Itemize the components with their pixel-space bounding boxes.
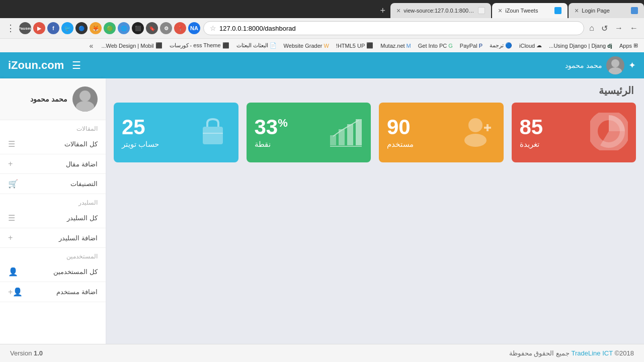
forward-button[interactable]: → xyxy=(613,22,625,35)
sidebar-label-add-slider: اضافة السليدر xyxy=(16,234,98,242)
tweets-label: تغريدة xyxy=(520,140,539,149)
tab-view-source[interactable]: view-source:127.0.0.1:8000/dash × xyxy=(390,3,491,18)
bookmark-mutaz[interactable]: M Mutaz.net xyxy=(378,42,413,50)
nav-icon-ext8[interactable]: ▶ xyxy=(33,22,45,34)
svg-point-4 xyxy=(464,134,487,147)
sidebar-username: محمد محمود xyxy=(30,95,67,103)
back-button[interactable]: ← xyxy=(628,22,640,35)
points-label: نقطة xyxy=(255,140,271,149)
copyright-label: جميع الحقوق محفوظة xyxy=(509,349,570,357)
bookmark-translate[interactable]: 🔵 ترجمة xyxy=(488,41,514,50)
sidebar-section-users-title: المستخدمين xyxy=(0,248,106,262)
address-input[interactable] xyxy=(219,25,578,32)
bookmark-django[interactable]: dj Using Django | Djang... xyxy=(547,42,614,50)
settings-icon[interactable]: ✦ xyxy=(628,60,636,71)
users-list-icon: 👤 xyxy=(8,267,18,277)
bookmark-themes[interactable]: ⬛ ess Theme - كورسات xyxy=(168,41,231,50)
twitter-stat-text: 25 حساب تويتر xyxy=(122,117,159,149)
bookmark-html5up[interactable]: ⬛ HTML5 UP! xyxy=(334,41,375,50)
webgrader-icon: W xyxy=(324,43,329,49)
svg-point-15 xyxy=(76,101,94,112)
version-text: Version 1.0 xyxy=(10,349,43,357)
tab-close-tweets[interactable]: × xyxy=(498,7,502,15)
bookmark-webdesign-label: Web Design | Mobil... xyxy=(101,43,153,49)
svg-point-14 xyxy=(79,90,91,102)
tab-izoun-tweets[interactable]: iZoun Tweets × xyxy=(492,3,568,18)
tab-close-source[interactable]: × xyxy=(396,7,400,15)
bookmark-paypal[interactable]: P PayPal xyxy=(458,42,485,50)
tab-close-login[interactable]: × xyxy=(575,7,579,15)
copyright-year: ©2018 xyxy=(615,349,634,357)
sidebar-label-add-user: اضافة مستخدم xyxy=(26,288,98,296)
sidebar-label-all-articles: كل المقالات xyxy=(18,140,98,148)
bookmark-icloud[interactable]: ☁ iCloud xyxy=(517,41,544,50)
app-body: الرئيسية 85 تغريدة xyxy=(0,78,644,362)
bookmark-getintopc[interactable]: G Get Into PC xyxy=(416,42,455,50)
bookmarks-more-button[interactable]: » xyxy=(87,41,97,51)
nav-icon-profile[interactable]: NA xyxy=(188,22,200,34)
bag-icon xyxy=(195,114,230,151)
bookmark-star-icon[interactable]: ☆ xyxy=(210,24,216,32)
nav-icon-paused[interactable]: Paused xyxy=(19,22,31,34)
twitter-label: حساب تويتر xyxy=(122,140,159,149)
add-user-icon: 👤+ xyxy=(8,287,23,297)
sidebar-item-all-users[interactable]: كل المستخدمين 👤 xyxy=(0,262,106,282)
stat-card-tweets: 85 تغريدة xyxy=(512,103,636,162)
home-button[interactable]: ⌂ xyxy=(587,22,596,35)
header-user: محمد محمود xyxy=(565,56,624,74)
nav-icon-ext4[interactable]: 🦊 xyxy=(90,22,102,34)
apps-icon: ⊞ xyxy=(633,42,638,49)
bookmarks-bar: ⊞ Apps dj Using Django | Djang... ☁ iClo… xyxy=(0,38,644,52)
bookmark-arabic1[interactable]: 📄 البعثاث البعثاث xyxy=(234,41,279,50)
reload-button[interactable]: ↺ xyxy=(599,22,610,35)
nav-icon-bookmark[interactable]: 🔖 xyxy=(146,22,158,34)
sidebar-label-categories: التصنيفات xyxy=(21,180,98,188)
nav-icon-ext3[interactable]: 🟢 xyxy=(104,22,116,34)
webdesign-icon: ⬛ xyxy=(155,42,163,49)
user-add-icon xyxy=(460,114,496,151)
svg-rect-7 xyxy=(330,135,336,145)
twitter-count: 25 xyxy=(122,117,145,138)
page-title: الرئيسية xyxy=(106,78,644,103)
nav-icon-pin[interactable]: 📍 xyxy=(174,22,186,34)
sidebar-item-add-slider[interactable]: اضافة السليدر + xyxy=(0,228,106,248)
main-content: الرئيسية 85 تغريدة xyxy=(106,78,644,362)
getintopc-icon: G xyxy=(448,43,453,49)
nav-icon-ext5[interactable]: 🔵 xyxy=(75,22,88,34)
stats-grid: 85 تغريدة 90 xyxy=(106,103,644,170)
header-avatar xyxy=(606,56,624,74)
nav-icon-ext1[interactable]: ⬛ xyxy=(132,22,144,34)
users-stat-text: 90 مستخدم xyxy=(387,117,414,149)
bookmark-translate-label: ترجمة xyxy=(490,42,504,49)
sidebar-item-add-user[interactable]: اضافة مستخدم 👤+ xyxy=(0,282,106,302)
site-logo: iZoun.com xyxy=(8,59,64,72)
bookmark-themes-label: ess Theme - كورسات xyxy=(170,42,221,49)
nav-icon-ext2[interactable]: 🌐 xyxy=(118,22,130,34)
header-username: محمد محمود xyxy=(565,61,602,69)
nav-icon-ext6[interactable]: 🐦 xyxy=(61,22,73,34)
nav-icon-settings[interactable]: ⚙ xyxy=(160,22,172,34)
nav-icon-ext7[interactable]: f xyxy=(47,22,59,34)
slider-list-icon: ☰ xyxy=(8,213,15,223)
tab-favicon-source xyxy=(478,7,485,14)
points-stat-text: 33% نقطة xyxy=(255,117,288,149)
bookmark-apps[interactable]: ⊞ Apps xyxy=(617,41,640,50)
bookmark-paypal-label: PayPal xyxy=(460,43,477,49)
new-tab-button[interactable]: + xyxy=(376,6,389,16)
sidebar-section-articles-title: المقالات xyxy=(0,120,106,134)
sidebar-item-all-sliders[interactable]: كل السليدر ☰ xyxy=(0,208,106,228)
bookmark-webgrader[interactable]: W Website Grader xyxy=(282,42,331,50)
sidebar-item-all-articles[interactable]: كل المقالات ☰ xyxy=(0,134,106,154)
bookmark-webdesign[interactable]: ⬛ Web Design | Mobil... xyxy=(99,41,164,50)
address-bar[interactable]: ☆ xyxy=(203,21,584,35)
sidebar-item-add-article[interactable]: اضافة مقال + xyxy=(0,154,106,174)
hamburger-menu-button[interactable]: ☰ xyxy=(72,59,81,71)
bar-chart-icon xyxy=(328,115,363,150)
sidebar-item-categories[interactable]: التصنيفات 🛒 xyxy=(0,174,106,194)
more-options-button[interactable]: ⋮ xyxy=(4,21,17,36)
nav-icons: NA 📍 ⚙ 🔖 ⬛ 🌐 🟢 🦊 🔵 🐦 f ▶ Paused ⋮ xyxy=(4,21,200,36)
svg-rect-9 xyxy=(347,124,353,145)
company-link[interactable]: TradeLine ICT xyxy=(572,349,613,357)
paypal-icon: P xyxy=(479,43,482,49)
tab-login-page[interactable]: Login Page × xyxy=(569,3,644,18)
